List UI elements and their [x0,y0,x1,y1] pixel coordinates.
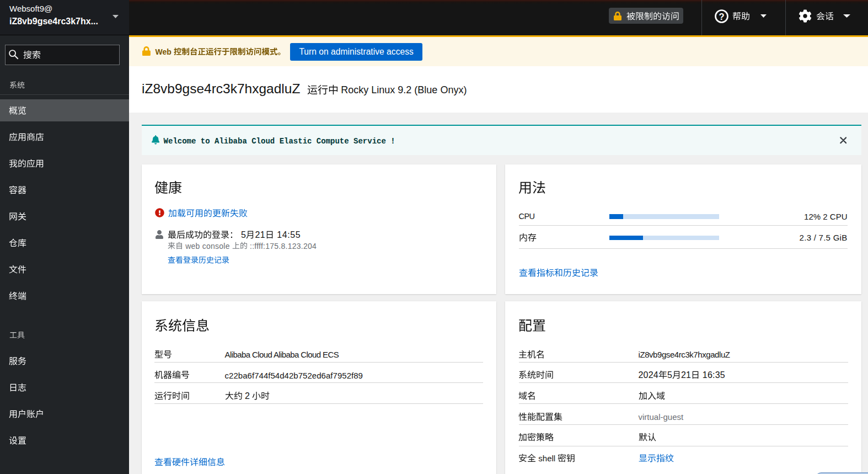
svg-text:?: ? [719,11,724,21]
